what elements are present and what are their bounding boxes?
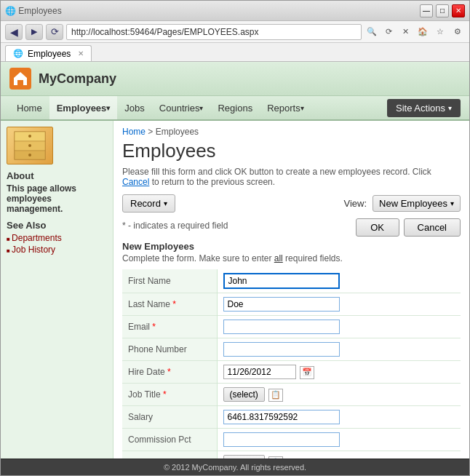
sidebar-link-departments[interactable]: Departments — [7, 233, 107, 243]
field-cell-firstname — [217, 269, 461, 293]
field-label-manager: Manager Last Name — [122, 451, 217, 459]
breadcrumb-sep: > — [148, 127, 155, 137]
table-row: Email * — [122, 316, 461, 338]
field-label-jobtitle: Job Title * — [122, 384, 217, 406]
field-cell-salary — [217, 406, 461, 429]
browser-window: 🌐 Employees — □ ✕ ◀ ▶ ⟳ 🔍 ⟳ ✕ 🏠 ☆ ⚙ 🌐 Em… — [0, 0, 470, 476]
jobtitle-list-icon[interactable]: 📋 — [268, 389, 283, 402]
main-area: About This page allows employees managem… — [1, 121, 469, 459]
tab-favicon: 🌐 — [13, 49, 23, 58]
title-bar-controls: — □ ✕ — [420, 4, 465, 17]
form-subheader: Complete the form. Make sure to enter al… — [122, 253, 461, 263]
address-icons: 🔍 ⟳ ✕ — [365, 25, 413, 39]
favorites-icon[interactable]: ☆ — [433, 25, 447, 39]
nav-home[interactable]: Home — [9, 96, 49, 119]
field-cell-lastname — [217, 293, 461, 316]
app-footer: © 2012 MyCompany. All rights reserved. — [1, 459, 469, 475]
refresh-addr-icon[interactable]: ⟳ — [381, 25, 396, 39]
site-actions-button[interactable]: Site Actions — [387, 99, 461, 117]
field-cell-jobtitle: (select) 📋 — [217, 384, 461, 406]
page-title: Employees — [122, 140, 461, 162]
close-button[interactable]: ✕ — [452, 4, 465, 17]
footer-text: © 2012 MyCompany. All rights reserved. — [164, 463, 306, 472]
home-icon[interactable]: 🏠 — [415, 25, 430, 39]
calendar-icon[interactable]: 📅 — [300, 366, 314, 379]
table-row: Last Name * — [122, 293, 461, 316]
stop-icon[interactable]: ✕ — [398, 25, 413, 39]
sidebar-about-section: About This page allows employees managem… — [7, 170, 107, 214]
sidebar-about-text: This page allows employees management. — [7, 183, 107, 214]
salary-input[interactable] — [223, 410, 340, 424]
view-select[interactable]: New Employees — [373, 195, 461, 212]
view-label: View: — [344, 198, 367, 209]
forward-button[interactable]: ▶ — [25, 24, 43, 40]
breadcrumb: Home > Employees — [122, 127, 461, 137]
company-logo — [9, 68, 31, 90]
firstname-input[interactable] — [223, 273, 340, 289]
nav-reports[interactable]: Reports — [260, 96, 311, 119]
field-cell-hiredate: 📅 — [217, 361, 461, 384]
table-row: Manager Last Name (select) 📋 — [122, 451, 461, 459]
ok-button-top[interactable]: OK — [356, 218, 399, 237]
address-bar: ◀ ▶ ⟳ 🔍 ⟳ ✕ 🏠 ☆ ⚙ — [1, 21, 469, 43]
sidebar-see-also-title: See Also — [7, 220, 107, 231]
page-description: Please fill this form and click OK butto… — [122, 167, 461, 187]
svg-point-10 — [28, 154, 31, 156]
app-content: MyCompany Home Employees Jobs Countries … — [1, 62, 469, 475]
tools-icon[interactable]: ⚙ — [450, 25, 465, 39]
lastname-input[interactable] — [223, 297, 340, 312]
form-table: First Name Last Name * Ema — [122, 269, 461, 459]
record-button[interactable]: Record — [122, 194, 175, 213]
nav-regions[interactable]: Regions — [210, 96, 260, 119]
svg-rect-3 — [20, 80, 23, 85]
field-label-phone: Phone Number — [122, 338, 217, 361]
refresh-button[interactable]: ⟳ — [46, 24, 63, 40]
table-row: Salary — [122, 406, 461, 429]
field-cell-commission — [217, 429, 461, 451]
window-title: 🌐 Employees — [5, 6, 62, 16]
required-note-top: * - indicates a required field — [122, 221, 228, 231]
form-header: New Employees — [122, 241, 461, 252]
maximize-button[interactable]: □ — [436, 4, 449, 17]
search-icon[interactable]: 🔍 — [365, 25, 379, 39]
field-cell-email — [217, 316, 461, 338]
nav-jobs[interactable]: Jobs — [117, 96, 151, 119]
app-header: MyCompany — [1, 62, 469, 96]
svg-point-8 — [28, 135, 31, 138]
email-input[interactable] — [223, 320, 340, 334]
commission-input[interactable] — [223, 432, 340, 447]
toolbar: Record View: New Employees — [122, 194, 461, 213]
sidebar: About This page allows employees managem… — [1, 121, 113, 459]
svg-point-9 — [28, 144, 31, 147]
cancel-button-top[interactable]: Cancel — [404, 218, 461, 237]
breadcrumb-current: Employees — [156, 127, 199, 137]
tab-close-button[interactable]: ✕ — [78, 49, 84, 57]
minimize-button[interactable]: — — [420, 4, 433, 17]
table-row: Job Title * (select) 📋 — [122, 384, 461, 406]
svg-rect-2 — [17, 80, 20, 85]
tab-bar: 🌐 Employees ✕ — [1, 43, 469, 62]
nav-employees[interactable]: Employees — [49, 96, 118, 119]
table-row: First Name — [122, 269, 461, 293]
browser-tab[interactable]: 🌐 Employees ✕ — [5, 45, 92, 61]
table-row: Phone Number — [122, 338, 461, 361]
cancel-link[interactable]: Cancel — [122, 177, 149, 187]
breadcrumb-home-link[interactable]: Home — [122, 127, 146, 137]
field-label-commission: Commission Pct — [122, 429, 217, 451]
jobtitle-select[interactable]: (select) — [223, 387, 265, 402]
field-label-lastname: Last Name * — [122, 293, 217, 316]
sidebar-see-also-section: See Also Departments Job History — [7, 220, 107, 255]
field-label-salary: Salary — [122, 406, 217, 429]
nav-countries[interactable]: Countries — [152, 96, 211, 119]
field-cell-manager: (select) 📋 — [217, 451, 461, 459]
sidebar-link-job-history[interactable]: Job History — [7, 245, 107, 255]
url-input[interactable] — [66, 24, 362, 40]
content-area: Home > Employees Employees Please fill t… — [113, 121, 469, 459]
sidebar-about-title: About — [7, 170, 107, 181]
toolbar-left: Record — [122, 194, 175, 213]
field-label-hiredate: Hire Date * — [122, 361, 217, 384]
hiredate-input[interactable] — [223, 365, 296, 379]
field-cell-phone — [217, 338, 461, 361]
back-button[interactable]: ◀ — [5, 24, 23, 40]
phone-input[interactable] — [223, 342, 340, 357]
